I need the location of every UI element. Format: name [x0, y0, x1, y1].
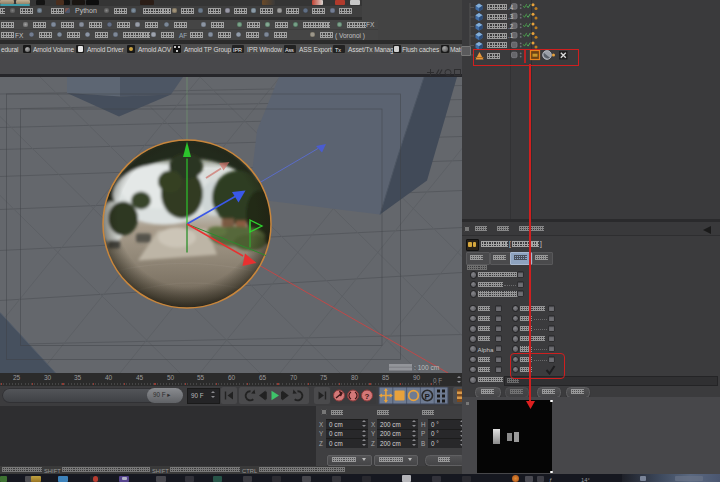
- svg-text:P: P: [425, 391, 431, 400]
- svg-text:: 100 cm: : 100 cm: [414, 364, 440, 371]
- svg-text:?: ?: [365, 391, 370, 400]
